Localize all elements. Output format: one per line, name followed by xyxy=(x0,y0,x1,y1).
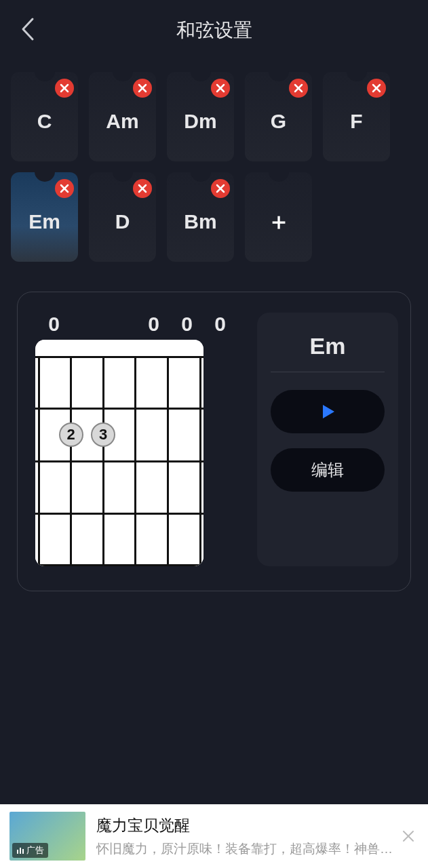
delete-chord-button[interactable] xyxy=(55,179,74,198)
ad-tag: 广告 xyxy=(12,843,48,858)
fret-line xyxy=(35,460,203,462)
finger-dot: 2 xyxy=(59,422,83,447)
tile-notch xyxy=(113,71,133,81)
chord-tile-c[interactable]: C xyxy=(11,72,78,161)
chord-tile-d[interactable]: D xyxy=(89,172,156,262)
tile-notch xyxy=(191,172,211,182)
chord-label: Bm xyxy=(184,210,216,233)
back-button[interactable] xyxy=(19,16,35,45)
open-string-marker: 0 xyxy=(170,313,203,336)
svg-rect-17 xyxy=(17,850,18,854)
edit-button[interactable]: 编辑 xyxy=(271,448,385,492)
chord-tile-g[interactable]: G xyxy=(245,72,312,161)
delete-chord-button[interactable] xyxy=(55,79,74,98)
tile-notch xyxy=(269,71,289,81)
delete-chord-button[interactable] xyxy=(133,179,152,198)
chord-side-panel: Em 编辑 xyxy=(257,313,398,566)
tile-notch xyxy=(269,172,289,182)
ad-banner[interactable]: 广告 魔力宝贝觉醒 怀旧魔力，原汁原味！装备靠打，超高爆率！神兽… xyxy=(0,804,428,868)
open-string-row: 0000 xyxy=(35,313,237,336)
ad-title: 魔力宝贝觉醒 xyxy=(96,815,398,836)
chord-tile-am[interactable]: Am xyxy=(89,72,156,161)
chord-label: Am xyxy=(106,110,138,133)
ad-description: 怀旧魔力，原汁原味！装备靠打，超高爆率！神兽… xyxy=(96,840,398,858)
open-string-marker xyxy=(104,313,137,336)
chord-tile-bm[interactable]: Bm xyxy=(167,172,234,262)
fretboard-wrap: 0000 23 xyxy=(35,313,237,566)
delete-chord-button[interactable] xyxy=(211,79,230,98)
svg-rect-18 xyxy=(20,848,21,854)
ad-close-button[interactable] xyxy=(398,826,419,846)
open-string-marker: 0 xyxy=(203,313,237,336)
delete-chord-button[interactable] xyxy=(133,79,152,98)
finger-dot: 3 xyxy=(91,422,115,447)
selected-chord-name: Em xyxy=(271,333,385,372)
tile-notch xyxy=(191,71,211,81)
tile-notch xyxy=(35,71,55,81)
chord-tile-dm[interactable]: Dm xyxy=(167,72,234,161)
chord-label: D xyxy=(115,210,130,233)
chord-label: Dm xyxy=(184,110,216,133)
chord-tile-f[interactable]: F xyxy=(323,72,390,161)
header: 和弦设置 xyxy=(0,0,428,61)
open-string-marker: 0 xyxy=(137,313,170,336)
chord-label: Em xyxy=(28,210,60,233)
ad-text: 魔力宝贝觉醒 怀旧魔力，原汁原味！装备靠打，超高爆率！神兽… xyxy=(96,815,398,858)
svg-marker-16 xyxy=(323,405,334,418)
open-string-marker: 0 xyxy=(37,313,71,336)
delete-chord-button[interactable] xyxy=(367,79,386,98)
play-button[interactable] xyxy=(271,390,385,433)
fret-line xyxy=(35,356,203,358)
plus-icon: ＋ xyxy=(267,206,290,237)
add-chord-button[interactable]: ＋ xyxy=(245,172,312,262)
delete-chord-button[interactable] xyxy=(289,79,308,98)
chord-label: G xyxy=(271,110,286,133)
tile-notch xyxy=(347,71,367,81)
nut xyxy=(35,340,203,356)
fret-line xyxy=(35,564,203,566)
svg-rect-19 xyxy=(22,849,24,854)
frets-area: 23 xyxy=(35,356,203,566)
chord-grid: CAmDmGFEmDBm＋ xyxy=(0,61,428,273)
chord-tile-em[interactable]: Em xyxy=(11,172,78,262)
fret-line xyxy=(35,408,203,410)
page-title: 和弦设置 xyxy=(176,18,252,43)
tile-notch xyxy=(35,172,55,182)
fretboard: 23 xyxy=(35,340,203,566)
chord-label: F xyxy=(350,110,362,133)
delete-chord-button[interactable] xyxy=(211,179,230,198)
chord-detail-panel: 0000 23 Em 编辑 xyxy=(17,292,411,591)
fret-line xyxy=(35,513,203,515)
open-string-marker xyxy=(71,313,104,336)
chord-label: C xyxy=(37,110,52,133)
edit-button-label: 编辑 xyxy=(311,459,344,481)
ad-thumbnail: 广告 xyxy=(9,812,85,861)
tile-notch xyxy=(113,172,133,182)
